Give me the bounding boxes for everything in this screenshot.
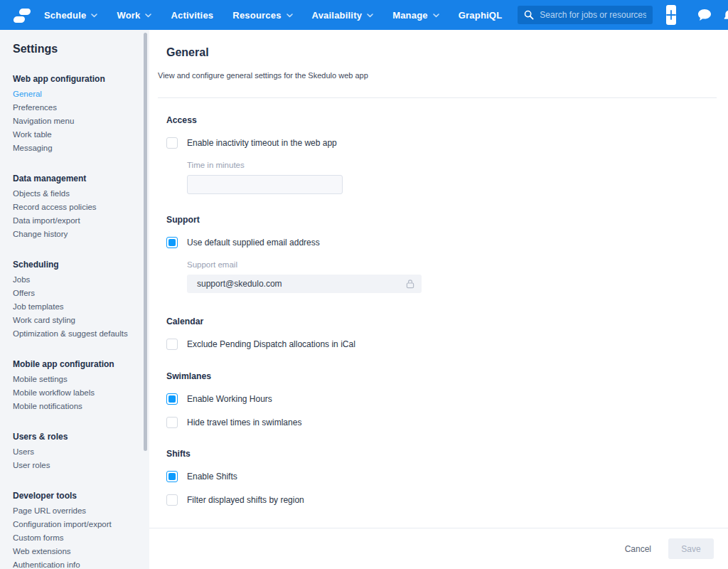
- nav-item-label: Resources: [232, 10, 281, 21]
- enable-shifts-checkbox[interactable]: [166, 471, 178, 482]
- checkbox-label: Enable inactivity timeout in the web app: [187, 138, 337, 148]
- checkbox-row: Filter displayed shifts by region: [166, 494, 717, 506]
- sidebar-item-web-extensions[interactable]: Web extensions: [13, 545, 141, 558]
- sidebar-item-optimization-suggest-defaults[interactable]: Optimization & suggest defaults: [13, 327, 141, 341]
- action-bar: Cancel Save: [149, 528, 728, 569]
- checkbox-row: Exclude Pending Dispatch allocations in …: [166, 339, 717, 350]
- checkbox-label: Exclude Pending Dispatch allocations in …: [187, 339, 355, 349]
- sidebar-item-navigation-menu[interactable]: Navigation menu: [13, 115, 141, 128]
- support-email-input[interactable]: [187, 275, 422, 293]
- nav-item-label: Activities: [171, 10, 213, 21]
- sidebar-item-objects-fields[interactable]: Objects & fields: [13, 187, 141, 201]
- checkbox-row: Hide travel times in swimlanes: [166, 417, 717, 428]
- nav-menu: Schedule Work Activities Resources Avail…: [44, 10, 502, 21]
- section-title: Support: [166, 215, 717, 225]
- nav-item-manage[interactable]: Manage: [392, 10, 439, 21]
- main-panel: General View and configure general setti…: [149, 30, 728, 569]
- global-search[interactable]: [518, 6, 653, 24]
- field-label: Support email: [187, 260, 717, 270]
- sidebar-item-custom-forms[interactable]: Custom forms: [13, 531, 141, 545]
- chevron-down-icon: [91, 14, 97, 18]
- chevron-down-icon: [145, 14, 151, 18]
- section-title: Shifts: [166, 449, 717, 459]
- bell-icon: [724, 9, 728, 21]
- time-in-minutes-field: Time in minutes: [187, 161, 717, 194]
- sidebar-item-offers[interactable]: Offers: [13, 287, 141, 300]
- sidebar-group-mobile-app-configuration: Mobile app configuration Mobile settings…: [13, 359, 141, 413]
- checkbox-label: Hide travel times in swimlanes: [187, 418, 301, 427]
- sidebar-group-heading: Scheduling: [13, 260, 141, 270]
- time-in-minutes-input[interactable]: [187, 175, 343, 194]
- section-title: Access: [166, 115, 717, 125]
- inactivity-timeout-checkbox[interactable]: [166, 137, 178, 149]
- support-email-field: Support email: [187, 260, 717, 293]
- create-new-button[interactable]: [666, 5, 676, 25]
- default-email-checkbox[interactable]: [166, 237, 178, 248]
- notifications-button[interactable]: [724, 9, 728, 21]
- search-icon: [524, 10, 534, 20]
- sidebar-group-heading: Mobile app configuration: [13, 359, 141, 369]
- header-divider: [158, 97, 717, 98]
- nav-item-graphiql[interactable]: GraphiQL: [459, 10, 503, 21]
- sidebar-item-general[interactable]: General: [13, 87, 141, 101]
- sidebar-item-jobs[interactable]: Jobs: [13, 273, 141, 287]
- checkbox-row: Enable Shifts: [166, 471, 717, 482]
- sidebar-group-developer-tools: Developer tools Page URL overrides Confi…: [13, 491, 141, 569]
- nav-item-schedule[interactable]: Schedule: [44, 10, 97, 21]
- sidebar-scrollbar[interactable]: [144, 33, 147, 451]
- sidebar-group-heading: Web app configuration: [13, 74, 141, 84]
- nav-item-resources[interactable]: Resources: [232, 10, 292, 21]
- sidebar-group-heading: Data management: [13, 174, 141, 184]
- logo-bar-bottom: [13, 16, 25, 23]
- sidebar-item-page-url-overrides[interactable]: Page URL overrides: [13, 504, 141, 518]
- sidebar-group-scheduling: Scheduling Jobs Offers Job templates Wor…: [13, 260, 141, 341]
- filter-shifts-by-region-checkbox[interactable]: [166, 494, 178, 506]
- save-button[interactable]: Save: [668, 538, 714, 559]
- sidebar-item-change-history[interactable]: Change history: [13, 228, 141, 241]
- search-input[interactable]: [540, 10, 646, 20]
- sidebar-item-user-roles[interactable]: User roles: [13, 459, 141, 472]
- settings-sidebar: Settings Web app configuration General P…: [0, 30, 149, 569]
- nav-item-activities[interactable]: Activities: [171, 10, 213, 21]
- sidebar-group-heading: Users & roles: [13, 432, 141, 442]
- sidebar-item-preferences[interactable]: Preferences: [13, 101, 141, 115]
- exclude-pending-dispatch-checkbox[interactable]: [166, 339, 178, 350]
- checkbox-label: Enable Working Hours: [187, 394, 272, 404]
- plus-icon: [666, 10, 676, 20]
- field-label: Time in minutes: [187, 161, 717, 170]
- checkbox-label: Enable Shifts: [187, 472, 237, 482]
- sidebar-item-mobile-notifications[interactable]: Mobile notifications: [13, 400, 141, 413]
- skedulo-logo[interactable]: [11, 7, 32, 23]
- nav-item-work[interactable]: Work: [117, 10, 151, 21]
- sidebar-item-job-templates[interactable]: Job templates: [13, 300, 141, 314]
- section-swimlanes: Swimlanes Enable Working Hours Hide trav…: [166, 371, 717, 428]
- chat-icon: [697, 9, 712, 21]
- top-navbar: Schedule Work Activities Resources Avail…: [0, 0, 728, 30]
- sidebar-item-record-access-policies[interactable]: Record access policies: [13, 201, 141, 214]
- sidebar-item-mobile-settings[interactable]: Mobile settings: [13, 373, 141, 386]
- sidebar-group-data-management: Data management Objects & fields Record …: [13, 174, 141, 241]
- sidebar-item-work-card-styling[interactable]: Work card styling: [13, 314, 141, 327]
- section-support: Support Use default supplied email addre…: [166, 215, 717, 293]
- section-calendar: Calendar Exclude Pending Dispatch alloca…: [166, 317, 717, 350]
- page-title: General: [166, 46, 717, 60]
- nav-item-label: Work: [117, 10, 140, 21]
- sidebar-item-configuration-import-export[interactable]: Configuration import/export: [13, 518, 141, 531]
- cancel-button[interactable]: Cancel: [625, 544, 651, 554]
- nav-item-availability[interactable]: Availability: [312, 10, 374, 21]
- sidebar-item-data-import-export[interactable]: Data import/export: [13, 214, 141, 228]
- nav-item-label: Manage: [392, 10, 428, 21]
- hide-travel-times-checkbox[interactable]: [166, 417, 178, 428]
- checkbox-row: Enable inactivity timeout in the web app: [166, 137, 717, 149]
- sidebar-group-users-roles: Users & roles Users User roles: [13, 432, 141, 472]
- nav-item-label: GraphiQL: [459, 10, 503, 21]
- sidebar-item-users[interactable]: Users: [13, 445, 141, 459]
- messages-button[interactable]: [697, 9, 712, 21]
- sidebar-item-authentication-info[interactable]: Authentication info: [13, 558, 141, 569]
- enable-working-hours-checkbox[interactable]: [166, 393, 178, 405]
- lock-icon: [406, 279, 414, 289]
- sidebar-item-messaging[interactable]: Messaging: [13, 142, 141, 155]
- checkbox-label: Use default supplied email address: [187, 238, 320, 248]
- sidebar-item-work-table[interactable]: Work table: [13, 128, 141, 142]
- sidebar-item-mobile-workflow-labels[interactable]: Mobile workflow labels: [13, 386, 141, 400]
